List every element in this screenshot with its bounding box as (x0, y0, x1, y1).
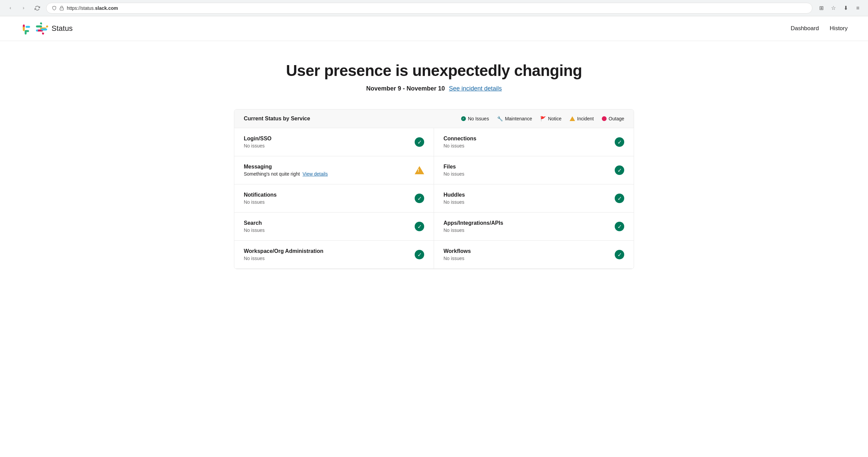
status-header-title: Current Status by Service (244, 116, 310, 122)
lock-icon (59, 6, 64, 11)
service-cell-notifications: Notifications No issues ✓ (234, 184, 434, 213)
service-cell-messaging: Messaging Something's not quite right Vi… (234, 156, 434, 184)
legend-incident-label: Incident (577, 116, 594, 121)
download-icon[interactable]: ⬇ (841, 3, 850, 13)
service-cell-login-sso: Login/SSO No issues ✓ (234, 128, 434, 156)
browser-chrome: https://status.slack.com ⊞ ☆ ⬇ ≡ (0, 0, 868, 16)
green-check-huddles: ✓ (615, 194, 624, 203)
service-status-messaging: Something's not quite right View details (244, 171, 328, 177)
flag-icon: 🚩 (540, 116, 546, 121)
legend-maintenance-label: Maintenance (505, 116, 532, 121)
service-name-messaging: Messaging (244, 164, 328, 170)
no-issues-icon: ✓ (461, 116, 466, 121)
green-check-search: ✓ (415, 222, 424, 231)
service-info-messaging: Messaging Something's not quite right Vi… (244, 164, 328, 177)
back-button[interactable] (5, 3, 15, 13)
service-name-login-sso: Login/SSO (244, 136, 272, 142)
status-icon-messaging (415, 165, 424, 175)
green-check-files: ✓ (615, 165, 624, 175)
address-bar[interactable]: https://status.slack.com (46, 3, 812, 14)
status-icon-huddles: ✓ (615, 194, 624, 203)
service-status-apps: No issues (443, 227, 503, 233)
service-info-search: Search No issues (244, 220, 264, 233)
green-check-login-sso: ✓ (415, 137, 424, 147)
hero-subtitle: November 9 - November 10 See incident de… (7, 85, 861, 92)
site-header: Status Dashboard History (0, 16, 868, 41)
triangle-icon (570, 116, 575, 121)
legend-notice: 🚩 Notice (540, 116, 561, 121)
url-text: https://status.slack.com (67, 5, 118, 11)
status-icon-files: ✓ (615, 165, 624, 175)
service-status-login-sso: No issues (244, 143, 272, 148)
wrench-icon: 🔧 (497, 116, 503, 121)
service-status-search: No issues (244, 227, 264, 233)
forward-button[interactable] (19, 3, 28, 13)
hero-section: User presence is unexpectedly changing N… (0, 41, 868, 109)
service-info-workflows: Workflows No issues (443, 248, 471, 261)
green-check-notifications: ✓ (415, 194, 424, 203)
browser-actions: ⊞ ☆ ⬇ ≡ (816, 3, 863, 13)
incident-details-link[interactable]: See incident details (449, 85, 502, 92)
service-name-huddles: Huddles (443, 192, 465, 198)
menu-icon[interactable]: ≡ (853, 3, 863, 13)
green-check-connections: ✓ (615, 137, 624, 147)
shield-icon (52, 6, 57, 11)
service-name-files: Files (443, 164, 464, 170)
green-check-workspace: ✓ (415, 250, 424, 259)
service-cell-workspace: Workspace/Org Administration No issues ✓ (234, 241, 434, 269)
yellow-warning-messaging (415, 166, 424, 174)
status-icon-workspace: ✓ (415, 250, 424, 259)
service-name-apps: Apps/Integrations/APIs (443, 220, 503, 226)
service-cell-huddles: Huddles No issues ✓ (434, 184, 634, 213)
legend: ✓ No Issues 🔧 Maintenance 🚩 Notice Incid… (461, 116, 624, 121)
service-info-notifications: Notifications No issues (244, 192, 277, 205)
legend-outage: Outage (602, 116, 624, 121)
status-icon-apps: ✓ (615, 222, 624, 231)
service-info-apps: Apps/Integrations/APIs No issues (443, 220, 503, 233)
legend-notice-label: Notice (548, 116, 561, 121)
service-info-login-sso: Login/SSO No issues (244, 136, 272, 148)
service-info-workspace: Workspace/Org Administration No issues (244, 248, 323, 261)
legend-outage-label: Outage (609, 116, 624, 121)
service-cell-connections: Connections No issues ✓ (434, 128, 634, 156)
service-status-connections: No issues (443, 143, 476, 148)
service-status-workflows: No issues (443, 256, 471, 261)
status-icon-search: ✓ (415, 222, 424, 231)
slack-logo-full (36, 22, 48, 35)
legend-no-issues-label: No Issues (468, 116, 489, 121)
service-info-connections: Connections No issues (443, 136, 476, 148)
slack-logo (20, 22, 33, 35)
service-status-files: No issues (443, 171, 464, 177)
services-grid: Login/SSO No issues ✓ Connections No iss… (234, 128, 634, 269)
green-check-workflows: ✓ (615, 250, 624, 259)
status-icon-connections: ✓ (615, 137, 624, 147)
service-status-huddles: No issues (443, 199, 465, 205)
service-info-files: Files No issues (443, 164, 464, 177)
status-table-header: Current Status by Service ✓ No Issues 🔧 … (234, 110, 634, 128)
service-cell-files: Files No issues ✓ (434, 156, 634, 184)
site-title: Status (52, 24, 73, 33)
nav-dashboard[interactable]: Dashboard (791, 25, 819, 32)
extensions-icon[interactable]: ⊞ (816, 3, 826, 13)
status-icon-login-sso: ✓ (415, 137, 424, 147)
green-check-apps: ✓ (615, 222, 624, 231)
logo-area: Status (20, 22, 73, 35)
service-info-huddles: Huddles No issues (443, 192, 465, 205)
service-status-workspace: No issues (244, 256, 323, 261)
service-status-notifications: No issues (244, 199, 277, 205)
reload-button[interactable] (33, 3, 42, 13)
hero-title: User presence is unexpectedly changing (7, 61, 861, 80)
service-cell-workflows: Workflows No issues ✓ (434, 241, 634, 269)
legend-incident: Incident (570, 116, 594, 121)
service-name-workspace: Workspace/Org Administration (244, 248, 323, 254)
legend-no-issues: ✓ No Issues (461, 116, 489, 121)
service-name-notifications: Notifications (244, 192, 277, 198)
status-table: Current Status by Service ✓ No Issues 🔧 … (234, 109, 634, 269)
svg-rect-0 (60, 8, 64, 10)
service-name-workflows: Workflows (443, 248, 471, 254)
main-nav: Dashboard History (791, 25, 848, 32)
status-icon-notifications: ✓ (415, 194, 424, 203)
nav-history[interactable]: History (830, 25, 848, 32)
messaging-view-details-link[interactable]: View details (302, 171, 328, 177)
bookmark-icon[interactable]: ☆ (829, 3, 838, 13)
